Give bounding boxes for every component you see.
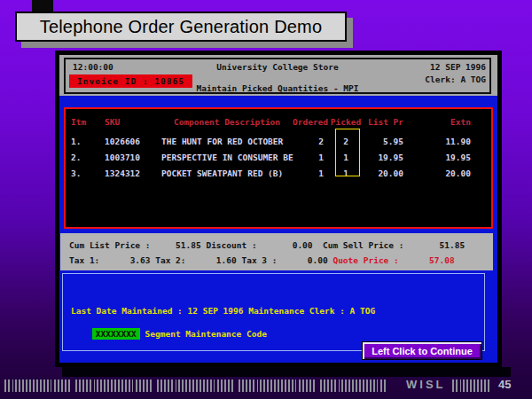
top-notch-decoration bbox=[32, 0, 53, 12]
totals-panel: Cum List Price : 51.85 Discount : 0.00 C… bbox=[60, 233, 493, 270]
quote-price: Quote Price : 57.08 bbox=[332, 255, 454, 265]
table-cell: 1003710 bbox=[105, 150, 161, 166]
table-row: 3.1324312POCKET SWEATPANT RED (B)1120.00… bbox=[66, 166, 491, 182]
screen-title: Maintain Picked Quantities - MPI bbox=[66, 83, 489, 93]
table-cell: PERSPECTIVE IN CONSUMER BE bbox=[161, 150, 293, 166]
table-cell: 1. bbox=[71, 134, 105, 150]
table-cell: 19.95 bbox=[403, 150, 471, 166]
slide-title-bar: Telephone Order Generation Demo bbox=[15, 12, 347, 42]
table-cell: 3. bbox=[71, 166, 105, 182]
terminal-header-panel: 12:00:00 University College Store 12 SEP… bbox=[59, 55, 497, 96]
barcode-decoration-right bbox=[452, 379, 489, 392]
table-cell: 20.00 bbox=[403, 166, 471, 182]
column-header: Itm bbox=[71, 114, 105, 130]
slide-page-number: 45 bbox=[498, 378, 511, 391]
table-cell: 11.90 bbox=[403, 134, 471, 150]
terminal-window: 12:00:00 University College Store 12 SEP… bbox=[55, 51, 502, 367]
table-cell: 1 bbox=[293, 150, 324, 166]
table-cell: 1026606 bbox=[105, 134, 161, 150]
table-cell: 20.00 bbox=[368, 166, 403, 182]
continue-button[interactable]: Left Click to Continue bbox=[362, 341, 482, 360]
column-header: List Pr bbox=[368, 114, 403, 130]
terminal-window-shadow bbox=[62, 367, 511, 377]
segment-code-field[interactable]: XXXXXXXX bbox=[92, 328, 140, 340]
slide-title: Telephone Order Generation Demo bbox=[40, 17, 323, 37]
picked-highlight-box bbox=[335, 129, 360, 176]
tax-values: Tax 1: 3.63 Tax 2: 1.60 Tax 3 : 0.00 bbox=[69, 255, 332, 265]
table-cell: 1 bbox=[293, 166, 324, 182]
segment-code-label: Segment Maintenance Code bbox=[145, 329, 267, 339]
brand-logo-text: WISL bbox=[406, 378, 446, 391]
table-body: 1.1026606THE HUNT FOR RED OCTOBER225.951… bbox=[66, 134, 491, 182]
table-cell: 5.95 bbox=[368, 134, 403, 150]
table-cell: 19.95 bbox=[368, 150, 403, 166]
last-maintained-text: Last Date Maintained : 12 SEP 1996 Maint… bbox=[71, 306, 375, 316]
picked-items-table: ItmSKUComponent DescriptionOrderedPicked… bbox=[64, 107, 493, 229]
column-header: SKU bbox=[105, 114, 161, 130]
table-cell: THE HUNT FOR RED OCTOBER bbox=[161, 134, 293, 150]
header-date: 12 SEP 1996 bbox=[430, 62, 486, 72]
table-cell: POCKET SWEATPANT RED (B) bbox=[161, 166, 293, 182]
slide-background: { "slide": { "title": "Telephone Order G… bbox=[0, 0, 532, 399]
totals-line-1: Cum List Price : 51.85 Discount : 0.00 C… bbox=[69, 238, 493, 253]
column-header: Extn bbox=[403, 114, 471, 130]
column-header: Ordered bbox=[293, 114, 324, 130]
table-row: 2.1003710PERSPECTIVE IN CONSUMER BE1119.… bbox=[66, 150, 491, 166]
table-cell: 2. bbox=[71, 150, 105, 166]
totals-line-2: Tax 1: 3.63 Tax 2: 1.60 Tax 3 : 0.00 Quo… bbox=[69, 253, 493, 268]
terminal-screen: 12:00:00 University College Store 12 SEP… bbox=[59, 55, 497, 363]
table-cell: 1324312 bbox=[105, 166, 161, 182]
store-name: University College Store bbox=[66, 62, 489, 72]
table-row: 1.1026606THE HUNT FOR RED OCTOBER225.951… bbox=[66, 134, 491, 150]
table-cell: 2 bbox=[293, 134, 324, 150]
table-header-row: ItmSKUComponent DescriptionOrderedPicked… bbox=[66, 114, 491, 130]
terminal-header-frame: 12:00:00 University College Store 12 SEP… bbox=[64, 58, 491, 94]
segment-row: XXXXXXXXSegment Maintenance Code bbox=[78, 319, 267, 348]
column-header: Component Description bbox=[161, 114, 293, 130]
barcode-decoration-left bbox=[4, 379, 386, 392]
